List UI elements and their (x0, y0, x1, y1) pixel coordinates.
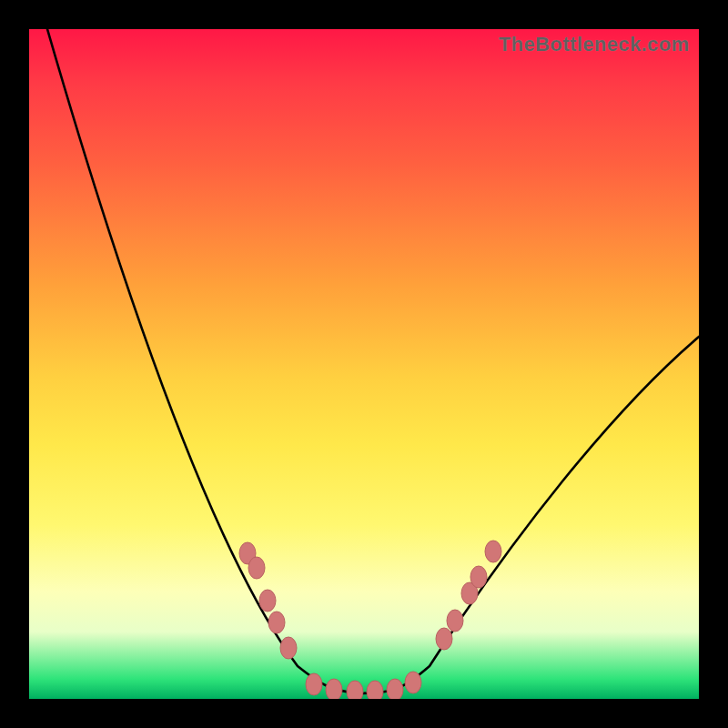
data-marker (326, 679, 342, 699)
data-marker (436, 628, 452, 650)
data-marker (447, 610, 463, 632)
chart-frame: TheBottleneck.com (0, 0, 728, 728)
marker-group (239, 541, 501, 699)
data-marker (485, 541, 501, 562)
data-marker (470, 566, 487, 588)
data-marker (259, 590, 276, 612)
bottleneck-curve (47, 29, 699, 693)
chart-plot-area: TheBottleneck.com (29, 29, 699, 699)
data-marker (405, 672, 421, 693)
chart-svg (29, 29, 699, 699)
data-marker (248, 557, 265, 579)
data-marker (387, 679, 403, 699)
data-marker (347, 681, 363, 699)
data-marker (268, 612, 285, 633)
data-marker (280, 637, 297, 659)
data-marker (367, 681, 383, 699)
data-marker (306, 673, 322, 695)
